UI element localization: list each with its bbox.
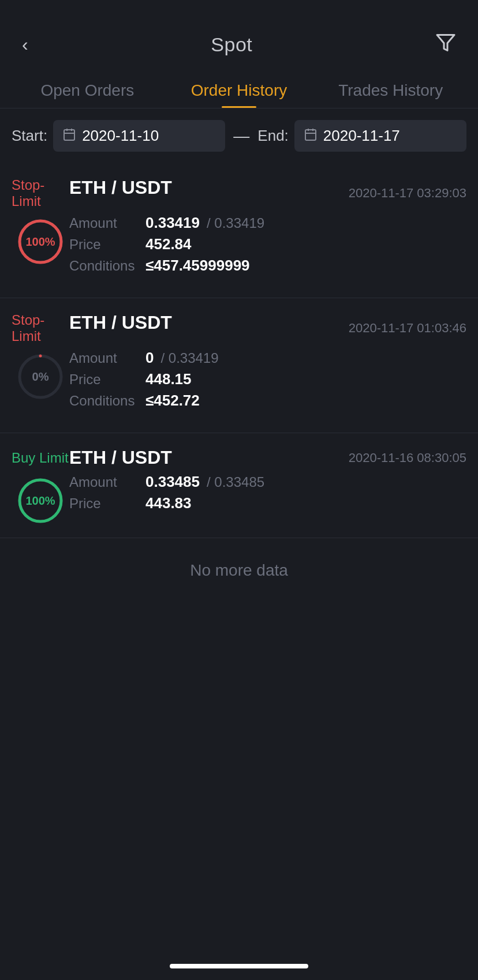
conditions-value: ≤457.45999999 — [145, 257, 250, 275]
date-range-bar: Start: 2020-11-10 — End: 2020-11-17 — [0, 108, 478, 163]
order-list: Stop-Limit ETH / USDT 2020-11-17 03:29:0… — [0, 163, 478, 538]
order-pair: ETH / USDT — [69, 177, 349, 209]
price-row: Price 443.83 — [69, 494, 466, 512]
order-pair: ETH / USDT — [69, 447, 349, 468]
conditions-value: ≤452.72 — [145, 392, 200, 410]
amount-label: Amount — [69, 474, 139, 490]
order-type-label: Stop-Limit — [12, 177, 69, 209]
progress-text: 100% — [25, 494, 55, 508]
progress-circle: 100% — [17, 219, 64, 265]
svg-marker-0 — [437, 35, 454, 51]
price-row: Price 448.15 — [69, 370, 466, 388]
start-date-value: 2020-11-10 — [82, 127, 159, 145]
end-date-picker[interactable]: 2020-11-17 — [294, 120, 466, 152]
order-type-label: Stop-Limit — [12, 312, 69, 344]
svg-rect-1 — [64, 130, 74, 140]
page-title: Spot — [211, 33, 252, 56]
order-date: 2020-11-17 01:03:46 — [349, 321, 466, 336]
start-label: Start: — [12, 127, 47, 145]
order-details: Amount 0.33485 / 0.33485 Price 443.83 — [69, 473, 466, 512]
price-label: Price — [69, 371, 139, 388]
amount-filled-value: 0.33419 — [145, 214, 200, 232]
order-item[interactable]: Stop-Limit ETH / USDT 2020-11-17 03:29:0… — [0, 163, 478, 298]
back-button[interactable]: ‹ — [17, 29, 33, 60]
end-date-value: 2020-11-17 — [323, 127, 400, 145]
price-label: Price — [69, 495, 139, 512]
bottom-home-indicator — [170, 964, 308, 968]
header: ‹ Spot — [0, 0, 478, 71]
order-date: 2020-11-16 08:30:05 — [349, 450, 466, 465]
tab-bar: Open Orders Order History Trades History — [0, 71, 478, 108]
order-pair: ETH / USDT — [69, 312, 349, 344]
end-label: End: — [257, 127, 289, 145]
tab-trades-history[interactable]: Trades History — [315, 71, 466, 108]
price-value: 443.83 — [145, 494, 192, 512]
amount-row: Amount 0 / 0.33419 — [69, 349, 466, 367]
amount-filled-value: 0 — [145, 349, 154, 367]
amount-label: Amount — [69, 215, 139, 231]
conditions-label: Conditions — [69, 393, 139, 409]
price-value: 448.15 — [145, 370, 192, 388]
amount-total-value: / 0.33419 — [160, 350, 218, 366]
order-type-label: Buy Limit — [12, 450, 69, 466]
price-row: Price 452.84 — [69, 235, 466, 253]
order-details: Amount 0 / 0.33419 Price 448.15 Conditio… — [69, 349, 466, 410]
progress-area: 0% — [12, 349, 69, 419]
price-label: Price — [69, 236, 139, 253]
order-item[interactable]: Buy Limit ETH / USDT 2020-11-16 08:30:05… — [0, 433, 478, 538]
start-date-picker[interactable]: 2020-11-10 — [53, 120, 225, 152]
conditions-label: Conditions — [69, 258, 139, 274]
progress-circle: 100% — [17, 478, 64, 524]
calendar-icon-end — [304, 127, 318, 145]
order-details: Amount 0.33419 / 0.33419 Price 452.84 Co… — [69, 214, 466, 275]
conditions-row: Conditions ≤457.45999999 — [69, 257, 466, 275]
order-item[interactable]: Stop-Limit ETH / USDT 2020-11-17 01:03:4… — [0, 298, 478, 433]
price-value: 452.84 — [145, 235, 192, 253]
tab-open-orders[interactable]: Open Orders — [12, 71, 163, 108]
order-date: 2020-11-17 03:29:03 — [349, 186, 466, 201]
amount-row: Amount 0.33419 / 0.33419 — [69, 214, 466, 232]
amount-row: Amount 0.33485 / 0.33485 — [69, 473, 466, 491]
no-more-data: No more data — [0, 538, 478, 603]
conditions-row: Conditions ≤452.72 — [69, 392, 466, 410]
amount-label: Amount — [69, 350, 139, 366]
progress-area: 100% — [12, 473, 69, 524]
tab-order-history[interactable]: Order History — [163, 71, 315, 108]
calendar-icon-start — [62, 127, 76, 145]
progress-area: 100% — [12, 214, 69, 284]
amount-total-value: / 0.33419 — [207, 215, 264, 231]
progress-text: 100% — [25, 235, 55, 249]
progress-circle: 0% — [17, 354, 64, 400]
filter-button[interactable] — [431, 28, 461, 62]
date-separator: — — [231, 127, 252, 145]
progress-text: 0% — [32, 370, 49, 384]
amount-filled-value: 0.33485 — [145, 473, 200, 491]
amount-total-value: / 0.33485 — [207, 474, 264, 490]
svg-rect-5 — [305, 130, 316, 140]
